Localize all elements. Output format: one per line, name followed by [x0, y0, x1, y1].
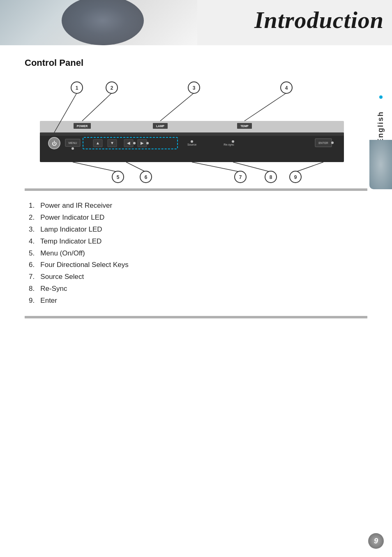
svg-rect-15: [93, 139, 102, 147]
items-list: 1. Power and IR Receiver 2. Power Indica…: [25, 196, 367, 311]
svg-text:1: 1: [76, 85, 78, 91]
svg-text:Re-sync: Re-sync: [224, 143, 234, 146]
svg-point-21: [133, 142, 136, 144]
svg-point-57: [290, 171, 301, 183]
svg-point-13: [71, 147, 74, 150]
list-item: 4. Temp Indicator LED: [25, 236, 367, 248]
separator-top: [25, 188, 367, 191]
list-item: 1. Power and IR Receiver: [25, 200, 367, 212]
list-item: 8. Re-Sync: [25, 283, 367, 295]
svg-text:2: 2: [111, 85, 113, 91]
svg-point-24: [146, 142, 149, 144]
list-item: 7. Source Select: [25, 271, 367, 283]
svg-line-44: [73, 162, 118, 172]
svg-text:MENU: MENU: [69, 142, 77, 144]
svg-text:5: 5: [117, 174, 120, 180]
list-item: 5. Menu (On/Off): [25, 248, 367, 260]
svg-point-30: [232, 140, 234, 143]
list-item: 9. Enter: [25, 295, 367, 307]
svg-point-54: [265, 171, 277, 183]
svg-text:3: 3: [193, 85, 196, 91]
svg-rect-19: [124, 139, 133, 147]
main-content: Control Panel POWER LAMP TEMP: [0, 45, 392, 336]
svg-text:6: 6: [145, 174, 148, 180]
diagram-svg: POWER LAMP TEMP ⏻ MENU: [36, 77, 356, 183]
svg-rect-27: [315, 139, 332, 147]
svg-rect-14: [83, 137, 178, 149]
svg-text:ENTER: ENTER: [318, 142, 328, 144]
diagram-container: POWER LAMP TEMP ⏻ MENU: [36, 77, 356, 183]
svg-rect-17: [108, 139, 117, 147]
list-item: 6. Four Directional Select Keys: [25, 259, 367, 271]
svg-text:◀: ◀: [127, 141, 130, 145]
item-8: 8. Re-Sync: [29, 285, 67, 292]
svg-point-9: [48, 137, 60, 149]
svg-rect-0: [40, 121, 344, 132]
svg-text:LAMP: LAMP: [156, 125, 164, 128]
svg-line-47: [126, 162, 146, 172]
svg-rect-22: [138, 139, 147, 147]
svg-text:▼: ▼: [110, 141, 114, 145]
svg-text:9: 9: [294, 174, 297, 180]
list-item: 3. Lamp Indicator LED: [25, 224, 367, 236]
item-2: 2. Power Indicator LED: [29, 214, 104, 221]
svg-text:TEMP: TEMP: [240, 125, 249, 128]
svg-rect-8: [40, 132, 344, 136]
svg-line-53: [233, 162, 271, 172]
svg-text:▶: ▶: [141, 141, 144, 145]
page-number-badge: 9: [368, 533, 384, 549]
list-item: 2. Power Indicator LED: [25, 212, 367, 224]
svg-point-33: [71, 82, 83, 93]
svg-text:POWER: POWER: [77, 125, 88, 128]
svg-rect-5: [237, 123, 252, 129]
projector-panel-diagram: POWER LAMP TEMP ⏻ MENU: [36, 77, 356, 183]
svg-line-41: [244, 93, 286, 121]
svg-rect-7: [40, 132, 344, 162]
svg-line-50: [192, 162, 240, 172]
svg-line-32: [54, 93, 77, 132]
svg-rect-11: [65, 139, 80, 146]
item-9: 9. Enter: [29, 297, 57, 304]
header: Introduction: [0, 0, 392, 45]
svg-point-45: [112, 171, 124, 183]
page-title: Introduction: [254, 6, 384, 34]
item-7: 7. Source Select: [29, 273, 84, 281]
page-number: 9: [374, 537, 378, 545]
svg-text:7: 7: [239, 174, 242, 180]
svg-point-39: [188, 82, 200, 93]
item-6: 6. Four Directional Select Keys: [29, 261, 129, 269]
svg-line-56: [295, 162, 323, 172]
svg-text:8: 8: [270, 174, 272, 180]
svg-line-38: [160, 93, 194, 121]
item-5: 5. Menu (On/Off): [29, 249, 85, 257]
svg-point-51: [235, 171, 246, 183]
item-4: 4. Temp Indicator LED: [29, 237, 101, 245]
svg-text:4: 4: [285, 85, 288, 91]
section-title: Control Panel: [25, 58, 367, 68]
svg-text:▲: ▲: [96, 141, 100, 145]
svg-point-29: [191, 140, 193, 143]
separator-bottom: [25, 316, 367, 318]
item-3: 3. Lamp Indicator LED: [29, 225, 102, 233]
svg-text:⏻: ⏻: [52, 141, 57, 146]
svg-point-42: [281, 82, 292, 93]
svg-point-31: [331, 142, 334, 144]
svg-point-48: [140, 171, 152, 183]
svg-rect-1: [74, 123, 91, 129]
svg-line-35: [82, 93, 112, 121]
svg-text:Source: Source: [187, 143, 196, 146]
svg-point-36: [106, 82, 118, 93]
svg-rect-3: [153, 123, 168, 129]
item-1: 1. Power and IR Receiver: [29, 202, 112, 209]
